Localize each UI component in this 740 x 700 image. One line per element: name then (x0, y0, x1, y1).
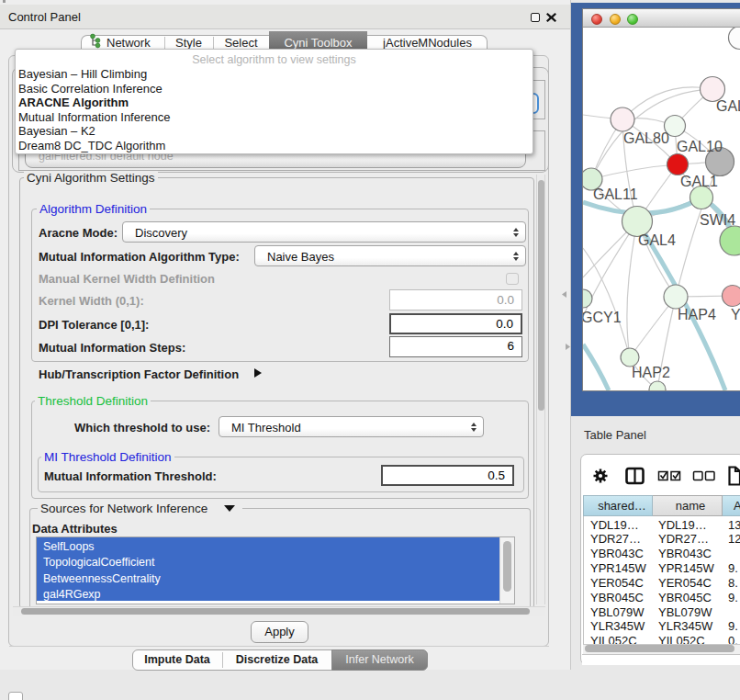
svg-text:GCY1: GCY1 (583, 310, 622, 325)
svg-text:YM: YM (731, 307, 740, 322)
svg-text:GAL80: GAL80 (623, 130, 669, 146)
svg-text:HAP4: HAP4 (678, 307, 716, 322)
svg-text:GAL1: GAL1 (680, 174, 718, 189)
svg-text:HAP2: HAP2 (632, 365, 670, 380)
svg-text:GAL11: GAL11 (593, 186, 638, 202)
svg-text:SWI4: SWI4 (700, 212, 735, 228)
svg-text:GAL4: GAL4 (638, 232, 676, 248)
svg-text:GAL10: GAL10 (677, 139, 723, 154)
svg-text:GAL7: GAL7 (716, 98, 740, 114)
